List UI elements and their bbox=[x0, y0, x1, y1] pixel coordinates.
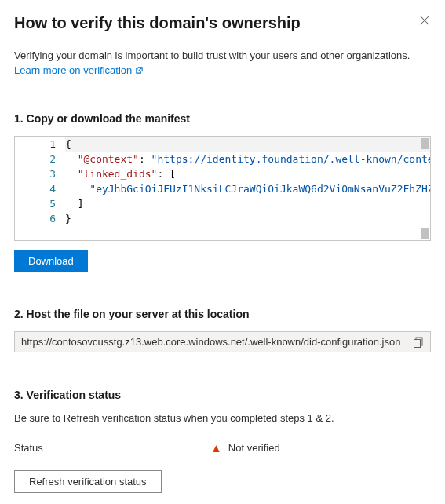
line-number: 4 bbox=[15, 181, 65, 196]
status-row: Status ▲ Not verified bbox=[14, 441, 431, 455]
line-number: 6 bbox=[15, 211, 65, 226]
code-content: "eyJhbGciOiJFUzI1NksiLCJraWQiOiJkaWQ6d2V… bbox=[65, 181, 430, 196]
code-content: "@context": "https://identity.foundation… bbox=[65, 152, 430, 166]
code-content: { bbox=[65, 137, 430, 152]
code-content: ] bbox=[65, 196, 430, 211]
scrollbar-thumb-top[interactable] bbox=[421, 138, 429, 149]
verification-help-text: Be sure to Refresh verification status w… bbox=[14, 412, 431, 424]
status-label: Status bbox=[14, 442, 210, 454]
close-button[interactable] bbox=[418, 14, 431, 27]
code-line[interactable]: 6} bbox=[15, 211, 430, 226]
host-url-box: https://contosovcusstg.z13.web.core.wind… bbox=[14, 331, 431, 352]
line-number: 3 bbox=[15, 166, 65, 181]
learn-more-link[interactable]: Learn more on verification bbox=[14, 64, 144, 76]
learn-more-label: Learn more on verification bbox=[14, 64, 132, 76]
section-3-title: 3. Verification status bbox=[14, 389, 431, 401]
line-number: 5 bbox=[15, 196, 65, 211]
host-url-text: https://contosovcusstg.z13.web.core.wind… bbox=[21, 336, 400, 348]
manifest-code-editor[interactable]: 1{2 "@context": "https://identity.founda… bbox=[14, 136, 431, 241]
download-button[interactable]: Download bbox=[14, 250, 88, 272]
code-content: "linked_dids": [ bbox=[65, 166, 430, 181]
external-link-icon bbox=[135, 66, 144, 75]
status-value: Not verified bbox=[228, 442, 280, 454]
code-line[interactable]: 1{ bbox=[15, 137, 430, 152]
code-line[interactable]: 4 "eyJhbGciOiJFUzI1NksiLCJraWQiOiJkaWQ6d… bbox=[15, 181, 430, 196]
section-2-title: 2. Host the file on your server at this … bbox=[14, 308, 431, 320]
code-line[interactable]: 2 "@context": "https://identity.foundati… bbox=[15, 152, 430, 166]
intro-text: Verifying your domain is important to bu… bbox=[14, 49, 431, 61]
code-line[interactable]: 3 "linked_dids": [ bbox=[15, 166, 430, 181]
code-content: } bbox=[65, 211, 430, 226]
section-1-title: 1. Copy or download the manifest bbox=[14, 112, 431, 125]
code-line[interactable]: 5 ] bbox=[15, 196, 430, 211]
refresh-status-button[interactable]: Refresh verification status bbox=[14, 470, 162, 493]
close-icon bbox=[419, 15, 430, 26]
line-number: 1 bbox=[15, 137, 65, 152]
warning-icon: ▲ bbox=[210, 441, 222, 455]
section-host: 2. Host the file on your server at this … bbox=[14, 308, 431, 352]
page-title: How to verify this domain's ownership bbox=[14, 14, 301, 32]
copy-icon[interactable] bbox=[413, 337, 424, 348]
section-verification: 3. Verification status Be sure to Refres… bbox=[14, 389, 431, 493]
scrollbar-thumb-bottom[interactable] bbox=[421, 228, 429, 239]
svg-rect-1 bbox=[414, 339, 421, 347]
section-manifest: 1. Copy or download the manifest 1{2 "@c… bbox=[14, 112, 431, 272]
line-number: 2 bbox=[15, 152, 65, 166]
